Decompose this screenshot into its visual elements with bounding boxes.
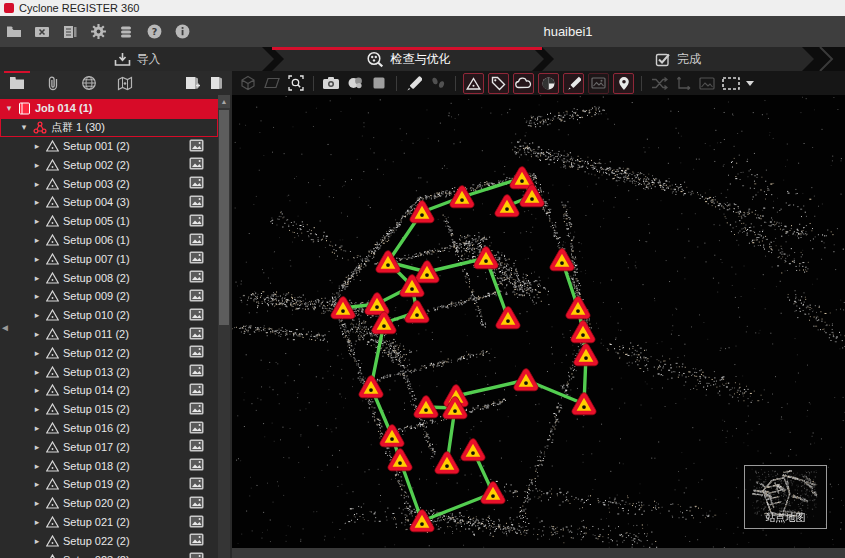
setup-marker[interactable]	[550, 249, 574, 271]
image-thumbnail-icon[interactable]	[189, 327, 204, 340]
tab-finalize[interactable]: 完成	[542, 47, 814, 71]
axis-icon[interactable]	[673, 73, 693, 93]
tree-setup-row[interactable]: ▸ Setup 019 (2)	[0, 475, 218, 494]
tree-setup-row[interactable]: ▸ Setup 023 (2)	[0, 550, 218, 558]
tree-setup-row[interactable]: ▸ Setup 014 (2)	[0, 381, 218, 400]
geotag-toggle-icon[interactable]	[613, 73, 634, 94]
image-toggle-icon[interactable]	[588, 73, 609, 94]
expander-icon[interactable]: ▸	[32, 160, 42, 170]
help-icon[interactable]: ?	[144, 22, 164, 42]
image-thumbnail-icon[interactable]	[189, 270, 204, 283]
expander-icon[interactable]: ▸	[32, 329, 42, 339]
expander-icon[interactable]: ▸	[32, 367, 42, 377]
tag-toggle-icon[interactable]	[488, 73, 509, 94]
image-thumbnail-icon[interactable]	[189, 477, 204, 490]
tree-scrollbar[interactable]: ▲	[218, 95, 230, 558]
auto-link-icon[interactable]	[649, 73, 669, 93]
site-minimap[interactable]: 站点地图	[744, 465, 827, 529]
tree-setup-row[interactable]: ▸ Setup 018 (2)	[0, 456, 218, 475]
setup-marker[interactable]	[376, 251, 400, 273]
expander-icon[interactable]: ▸	[32, 517, 42, 527]
expander-icon[interactable]: ▾	[19, 122, 29, 132]
tree-job-row[interactable]: ▾ Job 014 (1)	[0, 99, 218, 118]
image-thumbnail-icon[interactable]	[189, 515, 204, 528]
setup-marker[interactable]	[414, 396, 438, 418]
image-thumbnail-icon[interactable]	[189, 176, 204, 189]
image-thumbnail-icon[interactable]	[189, 458, 204, 471]
walk-feet-icon[interactable]	[428, 73, 448, 93]
setup-marker[interactable]	[496, 307, 520, 329]
setup-marker[interactable]	[388, 449, 412, 471]
cloud-toggle-icon[interactable]	[513, 73, 534, 94]
image-thumbnail-icon[interactable]	[189, 496, 204, 509]
expander-icon[interactable]: ▸	[32, 555, 42, 558]
tree-setup-row[interactable]: ▸ Setup 017 (2)	[0, 437, 218, 456]
expander-icon[interactable]: ▸	[32, 273, 42, 283]
setup-marker[interactable]	[481, 482, 505, 504]
expander-icon[interactable]: ▸	[32, 461, 42, 471]
draw-toggle-icon[interactable]	[563, 73, 584, 94]
settings-gear-icon[interactable]	[88, 22, 108, 42]
image-tool-icon[interactable]	[697, 73, 717, 93]
scroll-up-icon[interactable]: ▲	[218, 95, 230, 108]
tree-setup-row[interactable]: ▸ Setup 002 (2)	[0, 155, 218, 174]
expander-icon[interactable]: ▸	[32, 216, 42, 226]
image-thumbnail-icon[interactable]	[189, 364, 204, 377]
image-thumbnail-icon[interactable]	[189, 383, 204, 396]
setup-marker-toggle-icon[interactable]	[463, 73, 484, 94]
project-tree-icon[interactable]	[6, 71, 28, 95]
tree-setup-row[interactable]: ▸ Setup 011 (2)	[0, 325, 218, 344]
tree-setup-row[interactable]: ▸ Setup 022 (2)	[0, 531, 218, 550]
expander-icon[interactable]: ▸	[32, 479, 42, 489]
setup-marker[interactable]	[574, 344, 598, 366]
plane-icon[interactable]	[262, 73, 282, 93]
image-thumbnail-icon[interactable]	[189, 139, 204, 152]
setup-marker[interactable]	[572, 393, 596, 415]
scrollbar-thumb[interactable]	[219, 110, 229, 325]
close-project-icon[interactable]	[32, 22, 52, 42]
image-thumbnail-icon[interactable]	[189, 233, 204, 246]
expander-icon[interactable]: ▸	[32, 404, 42, 414]
expander-icon[interactable]: ▸	[32, 235, 42, 245]
stop-square-icon[interactable]	[369, 73, 389, 93]
setup-marker[interactable]	[410, 510, 434, 532]
setup-marker[interactable]	[331, 297, 355, 319]
setup-marker[interactable]	[474, 247, 498, 269]
image-thumbnail-icon[interactable]	[189, 533, 204, 546]
import-project-icon[interactable]	[60, 22, 80, 42]
image-thumbnail-icon[interactable]	[189, 421, 204, 434]
tree-setup-row[interactable]: ▸ Setup 003 (2)	[0, 174, 218, 193]
cube-icon[interactable]	[238, 73, 258, 93]
add-bundle-icon[interactable]	[182, 73, 202, 93]
tree-setup-row[interactable]: ▸ Setup 020 (2)	[0, 494, 218, 513]
expander-icon[interactable]: ▸	[32, 141, 42, 151]
setup-marker[interactable]	[450, 186, 474, 208]
setup-marker[interactable]	[495, 195, 519, 217]
zoom-region-icon[interactable]	[286, 73, 306, 93]
expander-icon[interactable]: ▾	[4, 103, 14, 113]
panel-collapse-icon[interactable]: ◄	[0, 322, 10, 333]
setup-marker[interactable]	[380, 425, 404, 447]
image-thumbnail-icon[interactable]	[189, 214, 204, 227]
expander-icon[interactable]: ▸	[32, 291, 42, 301]
image-thumbnail-icon[interactable]	[189, 195, 204, 208]
attachments-icon[interactable]	[42, 71, 64, 95]
expander-icon[interactable]: ▸	[32, 442, 42, 452]
tree-setup-row[interactable]: ▸ Setup 005 (1)	[0, 212, 218, 231]
tree-setup-row[interactable]: ▸ Setup 012 (2)	[0, 343, 218, 362]
bundle-icon[interactable]	[206, 73, 226, 93]
open-project-icon[interactable]	[4, 22, 24, 42]
tab-import[interactable]: 导入	[0, 47, 274, 71]
dropdown-caret-icon[interactable]	[745, 73, 755, 93]
image-thumbnail-icon[interactable]	[189, 308, 204, 321]
setup-marker[interactable]	[359, 376, 383, 398]
measure-pencil-icon[interactable]	[404, 73, 424, 93]
image-thumbnail-icon[interactable]	[189, 251, 204, 264]
expander-icon[interactable]: ▸	[32, 197, 42, 207]
camera-icon[interactable]	[321, 73, 341, 93]
tree-setup-row[interactable]: ▸ Setup 008 (2)	[0, 268, 218, 287]
setup-marker[interactable]	[514, 369, 538, 391]
about-info-icon[interactable]	[172, 22, 192, 42]
image-thumbnail-icon[interactable]	[189, 439, 204, 452]
expander-icon[interactable]: ▸	[32, 310, 42, 320]
